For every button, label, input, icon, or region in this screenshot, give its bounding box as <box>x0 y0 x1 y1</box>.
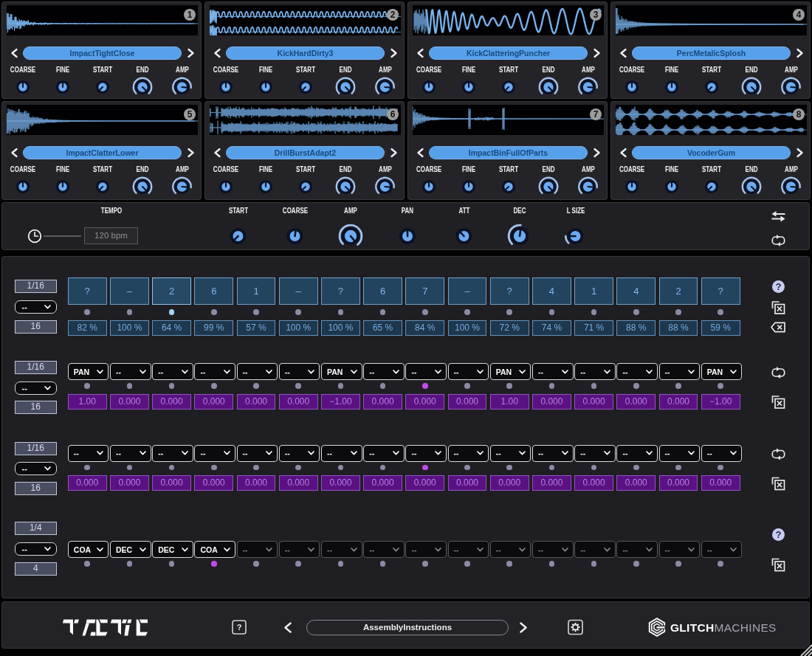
svg-text:?: ? <box>776 530 782 540</box>
svg-text:?: ? <box>237 623 242 632</box>
svg-text:?: ? <box>776 282 782 292</box>
